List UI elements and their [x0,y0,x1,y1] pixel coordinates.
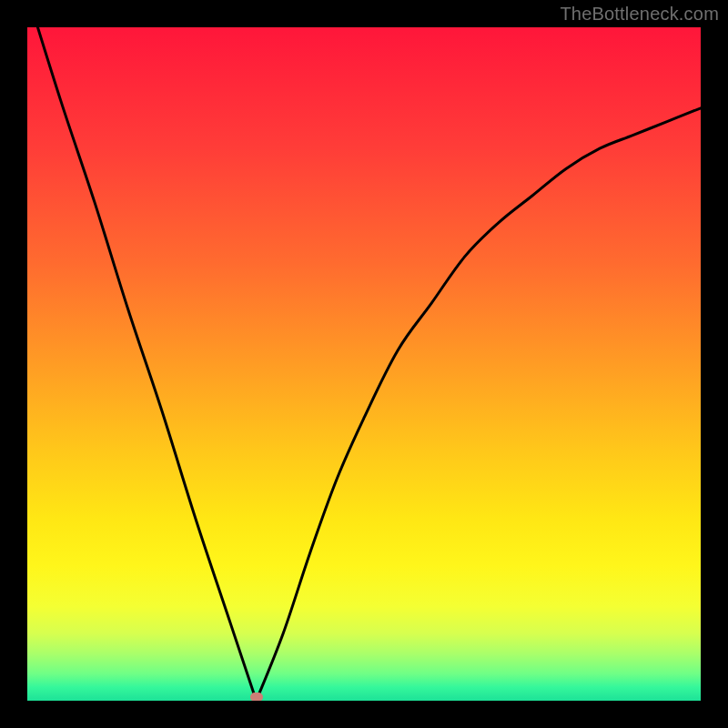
watermark-text: TheBottleneck.com [560,4,719,25]
chart-frame: TheBottleneck.com [0,0,728,728]
plot-area [27,27,701,701]
bottleneck-curve [27,27,701,701]
optimal-marker [250,693,263,701]
